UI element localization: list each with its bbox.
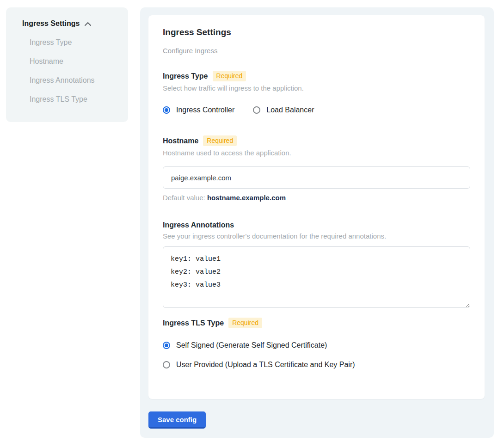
sidebar-item-ingress-type[interactable]: Ingress Type: [30, 38, 128, 47]
radio-icon: [163, 361, 170, 368]
sidebar-item-ingress-annotations[interactable]: Ingress Annotations: [30, 76, 128, 85]
sidebar-section-toggle[interactable]: Ingress Settings: [22, 19, 128, 28]
radio-icon: [163, 342, 170, 349]
sidebar-section-title: Ingress Settings: [22, 19, 80, 28]
ingress-type-radio-group: Ingress Controller Load Balancer: [163, 106, 470, 114]
chevron-up-icon: [84, 21, 92, 26]
radio-option-label: User Provided (Upload a TLS Certificate …: [176, 361, 355, 369]
radio-icon: [163, 106, 170, 114]
sidebar-nav: Ingress Type Hostname Ingress Annotation…: [30, 38, 128, 104]
radio-option-ingress-controller[interactable]: Ingress Controller: [163, 106, 234, 114]
required-badge: Required: [228, 318, 262, 328]
radio-option-label: Self Signed (Generate Self Signed Certif…: [176, 341, 327, 350]
page-subtitle: Configure Ingress: [163, 47, 470, 55]
sidebar-item-hostname[interactable]: Hostname: [30, 57, 128, 66]
default-value-prefix: Default value:: [163, 194, 205, 202]
radio-option-label: Load Balancer: [266, 106, 314, 114]
tls-type-radio-group: Self Signed (Generate Self Signed Certif…: [163, 341, 470, 369]
hostname-default-line: Default value: hostname.example.com: [163, 194, 470, 202]
radio-option-load-balancer[interactable]: Load Balancer: [253, 106, 314, 114]
hostname-label: Hostname: [163, 137, 198, 145]
hostname-input[interactable]: [163, 166, 470, 189]
section-header: Hostname Required: [163, 135, 470, 146]
settings-sidebar: Ingress Settings Ingress Type Hostname I…: [6, 7, 128, 122]
section-header: Ingress Type Required: [163, 71, 470, 81]
annotations-textarea[interactable]: key1: value1 key2: value2 key3: value3: [163, 246, 470, 308]
section-ingress-type: Ingress Type Required Select how traffic…: [163, 71, 470, 114]
ingress-type-description: Select how traffic will ingress to the a…: [163, 84, 470, 92]
section-header: Ingress Annotations: [163, 221, 470, 229]
tls-type-label: Ingress TLS Type: [163, 319, 224, 327]
radio-option-user-provided[interactable]: User Provided (Upload a TLS Certificate …: [163, 361, 470, 369]
page-title: Ingress Settings: [163, 27, 470, 37]
radio-option-label: Ingress Controller: [176, 106, 234, 114]
save-config-button[interactable]: Save config: [148, 411, 206, 429]
settings-panel: Ingress Settings Configure Ingress Ingre…: [140, 7, 494, 438]
default-value-text: hostname.example.com: [207, 194, 286, 202]
required-badge: Required: [203, 135, 237, 146]
section-ingress-annotations: Ingress Annotations See your ingress con…: [163, 221, 470, 308]
annotations-label: Ingress Annotations: [163, 221, 234, 229]
hostname-description: Hostname used to access the application.: [163, 149, 470, 157]
ingress-type-label: Ingress Type: [163, 72, 208, 80]
annotations-description: See your ingress controller's documentat…: [163, 232, 470, 240]
section-ingress-tls-type: Ingress TLS Type Required Self Signed (G…: [163, 318, 470, 369]
sidebar-item-ingress-tls-type[interactable]: Ingress TLS Type: [30, 95, 128, 104]
ingress-settings-card: Ingress Settings Configure Ingress Ingre…: [148, 15, 485, 399]
section-header: Ingress TLS Type Required: [163, 318, 470, 328]
radio-option-self-signed[interactable]: Self Signed (Generate Self Signed Certif…: [163, 341, 470, 350]
radio-icon: [253, 106, 260, 114]
section-hostname: Hostname Required Hostname used to acces…: [163, 135, 470, 202]
required-badge: Required: [213, 71, 246, 81]
